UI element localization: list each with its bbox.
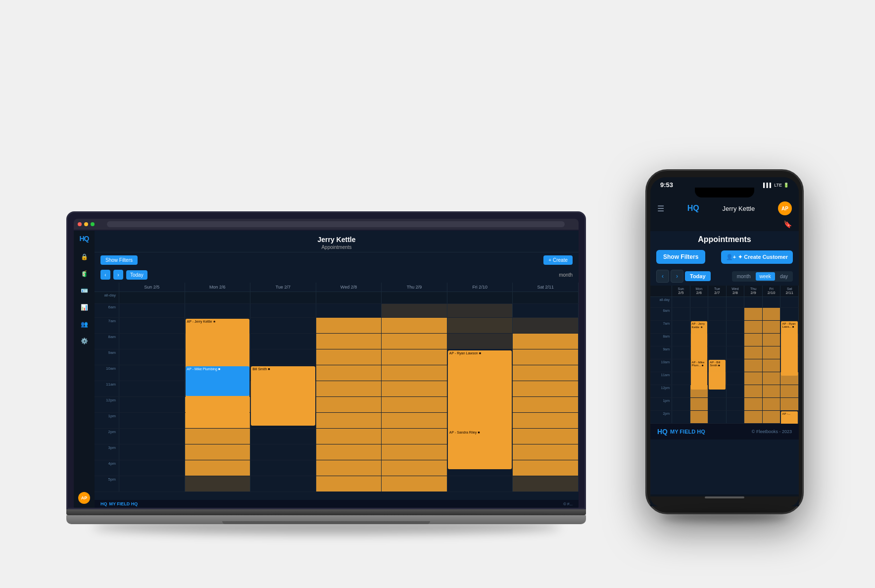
phone-prev-button[interactable]: ‹	[656, 270, 669, 283]
phone-row-11am: 11am	[650, 372, 799, 385]
all-day-row: all-day	[95, 292, 579, 304]
hamburger-icon[interactable]: ☰	[657, 204, 664, 213]
laptop-base	[66, 515, 586, 524]
allday-mon	[185, 292, 251, 303]
phone-logo: HQ	[687, 204, 699, 213]
phone-nav-buttons: ‹ › Today	[656, 270, 711, 283]
phone-action-bar: Show Filters 👤+ ✦ Create Customer	[650, 247, 799, 267]
sidebar-icon-people[interactable]: 👥	[79, 319, 90, 330]
phone-today-button[interactable]: Today	[685, 271, 711, 281]
phone-day-wed: Wed2/8	[727, 286, 745, 296]
appt-bill-smith[interactable]: Bill Smith ■	[251, 366, 315, 426]
phone-brand: HQ MY FIELD HQ	[657, 428, 705, 436]
day-header-thu: Thu 2/9	[382, 283, 447, 292]
laptop-page-subtitle: Appointments	[95, 245, 579, 250]
bookmark-icon[interactable]: 🔖	[783, 220, 792, 228]
phone-calendar: Sun2/5 Mon2/6 Tue2/7 Wed2/8 Thu2/9 Fri2/…	[650, 286, 799, 424]
phone-page-title: Appointments	[650, 231, 799, 247]
prev-button[interactable]: ‹	[100, 270, 110, 280]
phone-time-header	[650, 286, 672, 296]
phone-copyright: © Fleetbooks - 2023	[752, 429, 792, 434]
phone-cal-toolbar: ‹ › Today month week day	[650, 267, 799, 286]
row-6am: 6am	[95, 304, 579, 318]
day-header-tue: Tue 2/7	[250, 283, 316, 292]
laptop-calendar: Sun 2/5 Mon 2/6 Tue 2/7 Wed 2/8 Thu 2/9 …	[95, 283, 579, 500]
phone-brand-logo: HQ	[657, 428, 668, 436]
phone-cal-body: all-day 6am	[650, 297, 799, 424]
row-2pm: 2pm AP - Sandra Riley ■	[95, 429, 579, 444]
phone-show-filters-button[interactable]: Show Filters	[656, 250, 705, 264]
tab-month[interactable]: month	[733, 272, 755, 281]
laptop-device: HQ 🔒 🧃 🪪 📊 👥 ⚙️ AP Jerry Kettle Appoin	[66, 211, 586, 524]
tab-week[interactable]: week	[756, 272, 775, 281]
phone-screen: ☰ HQ Jerry Kettle AP 🔖 Appointments Show…	[650, 197, 799, 494]
show-filters-button[interactable]: Show Filters	[100, 255, 138, 265]
battery-icon: 🔋	[783, 183, 789, 188]
phone-row-1pm: 1pm	[650, 398, 799, 411]
month-label: month	[559, 272, 573, 278]
phone-cal-header: Sun2/5 Mon2/6 Tue2/7 Wed2/8 Thu2/9 Fri2/…	[650, 286, 799, 297]
appt-mike-plumbing[interactable]: AP - Mike Plumbing ■	[186, 366, 250, 396]
phone-notch	[695, 188, 754, 197]
phone-view-tabs: month week day	[732, 271, 793, 282]
phone-bookmark-bar: 🔖	[650, 219, 799, 231]
phone-day-tue: Tue2/7	[708, 286, 727, 296]
laptop-top-bar	[74, 219, 579, 230]
phone-device: 9:53 ▌▌▌ LTE 🔋 ☰ HQ Jerry Kettle A	[645, 169, 804, 514]
laptop-header: Jerry Kettle Appointments	[95, 231, 579, 252]
sidebar-icon-id[interactable]: 🪪	[79, 285, 90, 296]
phone-user-avatar[interactable]: AP	[778, 201, 792, 215]
appt-sandra-riley[interactable]: AP - Sandra Riley ■	[448, 430, 512, 469]
phone-row-12pm: 12pm	[650, 385, 799, 398]
phone-row-10am: 10am AP - Mike Plum... ■ AP - Bill Smith…	[650, 359, 799, 372]
allday-sun	[119, 292, 185, 303]
phone-time: 9:53	[660, 181, 673, 189]
allday-sat	[513, 292, 579, 303]
plus-person-icon: 👤+	[726, 254, 736, 260]
lte-label: LTE	[774, 183, 782, 188]
create-button[interactable]: + Create	[543, 255, 573, 265]
phone-day-sat: Sat2/11	[780, 286, 799, 296]
laptop-user-avatar[interactable]: AP	[78, 492, 90, 504]
phone-row-2pm: 2pm AP -...	[650, 411, 799, 424]
laptop-screen: HQ 🔒 🧃 🪪 📊 👥 ⚙️ AP Jerry Kettle Appoin	[74, 231, 579, 508]
day-header-sat: Sat 2/11	[513, 283, 579, 292]
phone-nav-bar: ☰ HQ Jerry Kettle AP	[650, 197, 799, 219]
laptop-toolbar: Show Filters + Create	[95, 252, 579, 268]
phone-brand-name: MY FIELD HQ	[670, 429, 705, 435]
phone-nav-title: Jerry Kettle	[723, 205, 755, 212]
laptop-brand-logo: HQ	[100, 501, 107, 506]
row-5pm: 5pm	[95, 476, 579, 492]
day-header-fri: Fri 2/10	[447, 283, 513, 292]
sidebar-icon-cup[interactable]: 🧃	[79, 268, 90, 279]
laptop-footer: HQ MY FIELD HQ © F...	[95, 500, 579, 508]
row-8am: 8am	[95, 334, 579, 349]
maximize-dot	[91, 222, 95, 226]
phone-row-6am: 6am	[650, 308, 799, 321]
calendar-nav-bar: ‹ › Today month	[95, 268, 579, 283]
day-header-sun: Sun 2/5	[119, 283, 185, 292]
phone-create-customer-button[interactable]: 👤+ ✦ Create Customer	[721, 250, 793, 264]
phone-footer: HQ MY FIELD HQ © Fleetbooks - 2023	[650, 424, 799, 440]
day-header-mon: Mon 2/6	[185, 283, 251, 292]
laptop-page-title: Jerry Kettle	[95, 236, 579, 244]
sidebar-icon-lock[interactable]: 🔒	[79, 251, 90, 262]
toolbar-left: Show Filters	[100, 255, 138, 265]
phone-row-allday: all-day	[650, 297, 799, 308]
phone-next-button[interactable]: ›	[671, 270, 683, 283]
time-header	[95, 283, 119, 292]
url-bar	[107, 221, 565, 227]
tab-day[interactable]: day	[776, 272, 792, 281]
allday-wed	[316, 292, 382, 303]
sidebar-icon-gear[interactable]: ⚙️	[79, 336, 90, 346]
scene: HQ 🔒 🧃 🪪 📊 👥 ⚙️ AP Jerry Kettle Appoin	[42, 34, 833, 554]
phone-day-mon: Mon2/6	[690, 286, 709, 296]
next-button[interactable]: ›	[113, 270, 123, 280]
sidebar-icon-chart[interactable]: 📊	[79, 302, 90, 313]
phone-notch-area: 9:53 ▌▌▌ LTE 🔋 ☰ HQ Jerry Kettle A	[650, 177, 799, 506]
today-button[interactable]: Today	[126, 270, 147, 280]
row-9am: 9am AP - Ryan Lawson ■	[95, 349, 579, 365]
phone-appt-sat-2pm[interactable]: AP -...	[781, 411, 798, 424]
phone-row-7am: 7am AP - Jerry Kettle ★ AP -	[650, 321, 799, 334]
laptop-main-content: Jerry Kettle Appointments Show Filters +…	[95, 231, 579, 508]
